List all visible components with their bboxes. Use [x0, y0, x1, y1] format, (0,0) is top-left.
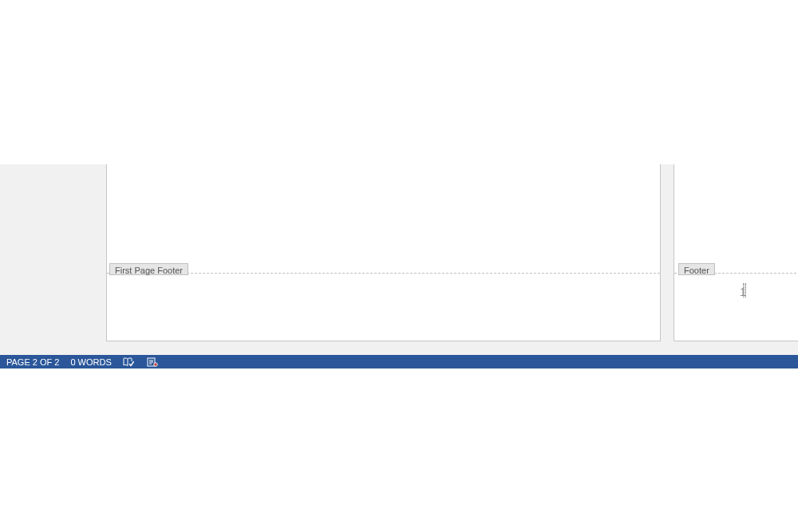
window-bottom-blank — [0, 368, 798, 532]
page-1[interactable]: First Page Footer — [106, 164, 661, 341]
status-word-count[interactable]: 0 WORDS — [65, 355, 116, 368]
status-bar: PAGE 2 OF 2 0 WORDS — [0, 355, 798, 368]
status-macro-button[interactable] — [140, 355, 164, 368]
footer-tag[interactable]: Footer — [678, 263, 715, 275]
document-editing-surface[interactable]: First Page Footer Footer 1 — [0, 164, 798, 355]
svg-point-4 — [153, 362, 157, 366]
window-top-blank — [0, 0, 798, 164]
macro-record-icon — [145, 357, 160, 368]
status-page-indicator[interactable]: PAGE 2 OF 2 — [2, 355, 64, 368]
footer-boundary-line — [107, 273, 660, 274]
footer-page-number[interactable]: 1 — [740, 286, 746, 298]
footer-tag-first-page[interactable]: First Page Footer — [109, 263, 188, 275]
status-proofing-button[interactable] — [117, 355, 140, 368]
book-check-icon — [121, 357, 136, 368]
page-2[interactable]: Footer 1 — [674, 164, 798, 341]
